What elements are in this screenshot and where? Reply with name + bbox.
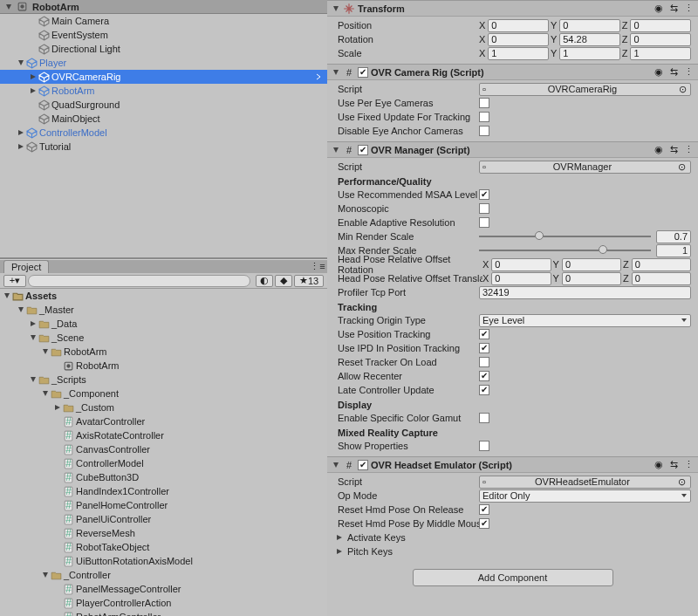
color-gamut-toggle[interactable]	[479, 413, 489, 423]
hierarchy-item[interactable]: Player	[0, 56, 327, 70]
menu-icon[interactable]: ⋮	[682, 3, 695, 15]
hierarchy-item[interactable]: Main Camera	[0, 14, 327, 28]
help-icon[interactable]: ◉	[653, 144, 665, 156]
project-item[interactable]: #PlayerControllerAction	[0, 596, 327, 610]
adaptive-res-toggle[interactable]	[479, 217, 489, 228]
head-pose-trans-field[interactable]: X0Y0Z0	[482, 272, 691, 285]
project-item[interactable]: #RobotArmController	[0, 610, 327, 616]
help-icon[interactable]: ◉	[653, 3, 665, 15]
use-position-toggle[interactable]	[479, 329, 489, 339]
menu-icon[interactable]: ⋮	[682, 144, 695, 156]
create-button[interactable]: +▾	[3, 275, 26, 287]
project-item[interactable]: _Scripts	[0, 373, 327, 387]
monoscopic-toggle[interactable]	[479, 203, 489, 214]
fold-icon[interactable]	[16, 58, 25, 68]
project-item[interactable]: RobotArm	[0, 345, 327, 359]
project-item[interactable]: #PanelHomeController	[0, 498, 327, 512]
scale-field[interactable]: X1Y1Z1	[479, 47, 691, 60]
reset-tracker-toggle[interactable]	[479, 357, 489, 367]
disable-eye-anchor-toggle[interactable]	[479, 126, 489, 136]
project-search[interactable]	[28, 275, 250, 287]
min-render-scale-slider[interactable]: 0.7	[479, 230, 691, 243]
hierarchy-item[interactable]: OVRCameraRig	[0, 70, 327, 84]
allow-recenter-toggle[interactable]	[479, 371, 489, 381]
project-item[interactable]: _Controller	[0, 568, 327, 582]
fold-icon[interactable]	[16, 305, 25, 315]
fold-icon[interactable]	[331, 145, 340, 154]
hierarchy-item[interactable]: QuadSurground	[0, 98, 327, 112]
fold-icon[interactable]	[16, 128, 25, 138]
tracking-origin-dropdown[interactable]: Eye Level	[479, 314, 691, 327]
help-icon[interactable]: ◉	[653, 459, 665, 471]
hierarchy-root-label[interactable]: RobotArm	[32, 2, 79, 12]
project-item[interactable]: _Data	[0, 317, 327, 331]
activate-keys-foldout[interactable]: Activate Keys	[334, 530, 691, 544]
filter-label-icon[interactable]: ◆	[275, 275, 292, 287]
enable-toggle[interactable]	[358, 460, 368, 470]
fold-icon[interactable]	[331, 67, 340, 77]
fold-icon[interactable]	[3, 2, 13, 11]
panel-menu-icon[interactable]: ⋮≡	[311, 261, 324, 273]
reset-middle-mouse-toggle[interactable]	[479, 518, 489, 529]
hierarchy-item[interactable]: MainObject	[0, 112, 327, 126]
head-pose-rot-field[interactable]: X0Y0Z0	[482, 258, 691, 271]
preset-icon[interactable]: ⇆	[667, 3, 680, 15]
project-item[interactable]: _Master	[0, 303, 327, 317]
fold-icon[interactable]	[28, 319, 38, 329]
project-item[interactable]: _Scene	[0, 331, 327, 345]
use-fixed-update-toggle[interactable]	[479, 112, 489, 122]
fold-icon[interactable]	[331, 460, 340, 469]
use-per-eye-toggle[interactable]	[479, 98, 489, 108]
project-item[interactable]: #PanelMessageController	[0, 582, 327, 596]
project-item[interactable]: RobotArm	[0, 359, 327, 373]
project-item[interactable]: _Component	[0, 387, 327, 400]
fold-icon[interactable]	[28, 333, 38, 343]
hierarchy-item[interactable]: EventSystem	[0, 28, 327, 42]
project-item[interactable]: #PanelUiController	[0, 512, 327, 526]
fold-icon[interactable]	[2, 291, 11, 301]
add-component-button[interactable]: Add Component	[413, 569, 613, 586]
project-item[interactable]: _Custom	[0, 400, 327, 414]
show-props-toggle[interactable]	[479, 441, 489, 451]
fold-icon[interactable]	[40, 389, 50, 399]
position-field[interactable]: X0Y0Z0	[479, 19, 691, 32]
project-tab[interactable]: Project	[3, 260, 49, 273]
project-item[interactable]: #CanvasController	[0, 442, 327, 456]
project-item[interactable]: #HandIndex1Controller	[0, 484, 327, 498]
hierarchy-item[interactable]: RobotArm	[0, 84, 327, 98]
preset-icon[interactable]: ⇆	[667, 66, 680, 79]
menu-icon[interactable]: ⋮	[682, 459, 695, 471]
project-item[interactable]: #ControllerModel	[0, 456, 327, 470]
use-ipd-toggle[interactable]	[479, 343, 489, 353]
hierarchy-item[interactable]: Tutorial	[0, 140, 327, 154]
project-item[interactable]: #AxisRotateController	[0, 428, 327, 442]
pitch-keys-foldout[interactable]: Pitch Keys	[334, 544, 691, 558]
help-icon[interactable]: ◉	[653, 66, 665, 79]
rotation-field[interactable]: X0Y54.28Z0	[479, 33, 691, 46]
project-item[interactable]: #ReverseMesh	[0, 526, 327, 540]
fold-icon[interactable]	[52, 403, 62, 413]
hidden-count[interactable]: ★13	[294, 275, 324, 287]
profiler-port-field[interactable]: 32419	[479, 286, 691, 299]
late-controller-toggle[interactable]	[479, 385, 489, 395]
fold-icon[interactable]	[40, 571, 50, 580]
msaa-toggle[interactable]	[479, 189, 489, 200]
fold-icon[interactable]	[28, 86, 38, 96]
enable-toggle[interactable]	[358, 67, 368, 78]
filter-type-icon[interactable]: ◐	[256, 275, 273, 287]
project-item[interactable]: #UiButtonRotationAxisModel	[0, 554, 327, 568]
fold-icon[interactable]	[331, 3, 340, 13]
menu-icon[interactable]: ⋮	[682, 66, 695, 79]
fold-icon[interactable]	[28, 72, 38, 82]
preset-icon[interactable]: ⇆	[667, 144, 680, 156]
project-item[interactable]: #AvatarController	[0, 414, 327, 428]
max-render-scale-slider[interactable]: 1	[479, 244, 691, 257]
project-root[interactable]: Assets	[0, 289, 327, 303]
fold-icon[interactable]	[28, 375, 38, 385]
fold-icon[interactable]	[40, 347, 50, 357]
enable-toggle[interactable]	[358, 145, 368, 155]
op-mode-dropdown[interactable]: Editor Only	[479, 489, 691, 503]
project-item[interactable]: #RobotTakeObject	[0, 540, 327, 554]
preset-icon[interactable]: ⇆	[667, 459, 680, 471]
hierarchy-item[interactable]: Directional Light	[0, 42, 327, 56]
